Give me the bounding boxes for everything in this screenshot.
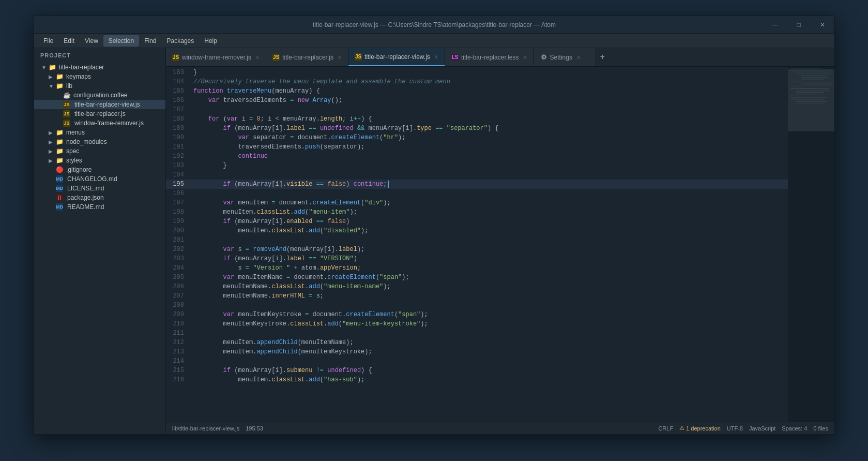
close-button[interactable]: ✕ — [811, 16, 834, 34]
svg-rect-2 — [796, 71, 829, 72]
svg-rect-9 — [801, 84, 832, 85]
sidebar-item-root[interactable]: ▼ 📁 title-bar-replacer — [34, 63, 165, 72]
svg-rect-10 — [790, 86, 798, 87]
md-icon: MD — [56, 185, 63, 192]
sidebar-item-label: node_modules — [66, 138, 107, 145]
sidebar-item-styles[interactable]: ▶ 📁 styles — [34, 156, 165, 165]
code-line: menuItem.appendChild(menuItemName); — [189, 338, 788, 347]
status-bar: lib\title-bar-replacer-view.js 195:53 CR… — [166, 422, 834, 434]
menu-selection[interactable]: Selection — [103, 35, 139, 47]
code-line: menuItem.classList.add("disabled"); — [189, 226, 788, 235]
code-line — [189, 329, 788, 338]
arrow-icon: ▶ — [49, 139, 56, 145]
sidebar-item-keymaps[interactable]: ▶ 📁 keymaps — [34, 72, 165, 81]
sidebar-item-package-json[interactable]: ▶ {} package.json — [34, 193, 165, 202]
tab-title-bar-replacer-view[interactable]: JS title-bar-replacer-view.js × — [348, 48, 445, 66]
folder-icon: 📁 — [56, 147, 64, 155]
code-content[interactable]: } //Recursively traverse the menu templa… — [189, 67, 788, 422]
sidebar-item-gitignore[interactable]: ▶ 🔴 .gitignore — [34, 165, 165, 174]
line-num: 200 — [166, 226, 189, 235]
tab-spacer — [609, 48, 834, 66]
sidebar-item-label: CHANGELOG.md — [67, 175, 117, 183]
sidebar-item-changelog[interactable]: ▶ MD CHANGELOG.md — [34, 174, 165, 184]
line-num: 184 — [166, 77, 189, 86]
sidebar-item-lib[interactable]: ▼ 📁 lib — [34, 81, 165, 91]
tab-close-btn[interactable]: × — [576, 54, 581, 61]
tab-close-btn[interactable]: × — [523, 54, 527, 61]
line-num: 199 — [166, 217, 189, 226]
line-num: 215 — [166, 366, 189, 375]
sidebar-item-label: window-frame-remover.js — [74, 120, 144, 127]
sidebar-item-label: keymaps — [66, 73, 91, 80]
code-line: for (var i = 0; i < menuArray.length; i+… — [189, 114, 788, 124]
line-num: 185 — [166, 86, 189, 96]
sidebar-item-label: title-bar-replacer-view.js — [74, 101, 140, 108]
code-line: //Recursively traverse the menu template… — [189, 77, 788, 86]
code-line — [189, 356, 788, 366]
sidebar-item-license[interactable]: ▶ MD LICENSE.md — [34, 184, 165, 193]
menu-help[interactable]: Help — [199, 35, 222, 47]
code-line: } — [189, 161, 788, 170]
code-line-active: if (menuArray[i].visible == false) conti… — [189, 180, 788, 189]
editor-area: JS window-frame-remover.js × JS title-ba… — [166, 48, 834, 434]
sidebar-header: Project — [34, 48, 165, 63]
title-bar: title-bar-replacer-view.js — C:\Users\Si… — [34, 16, 834, 34]
sidebar-item-tbr[interactable]: ▶ JS title-bar-replacer.js — [34, 109, 165, 118]
menu-file[interactable]: File — [38, 35, 58, 47]
line-num: 192 — [166, 152, 189, 161]
sidebar-item-node-modules[interactable]: ▶ 📁 node_modules — [34, 137, 165, 146]
add-tab-button[interactable]: + — [596, 48, 610, 66]
window-title: title-bar-replacer-view.js — C:\Users\Si… — [313, 21, 556, 28]
sidebar-item-readme[interactable]: ▶ MD README.md — [34, 202, 165, 212]
tab-window-frame-remover[interactable]: JS window-frame-remover.js × — [166, 48, 266, 66]
code-line — [189, 170, 788, 180]
tab-label: title-bar-replacer.js — [282, 54, 333, 61]
js-tab-icon: JS — [172, 54, 179, 61]
encoding[interactable]: UTF-8 — [727, 425, 743, 432]
deprecation-warning[interactable]: 1 deprecation — [679, 425, 721, 432]
sidebar-item-menus[interactable]: ▶ 📁 menus — [34, 128, 165, 137]
tab-close-btn[interactable]: × — [255, 54, 260, 61]
js-icon: JS — [63, 101, 70, 108]
sidebar-item-tbr-view[interactable]: ▶ JS title-bar-replacer-view.js — [34, 100, 165, 109]
menu-edit[interactable]: Edit — [58, 35, 80, 47]
tab-title-bar-replacer-less[interactable]: LS title-bar-replacer.less × — [445, 48, 534, 66]
line-num: 196 — [166, 189, 189, 198]
tabs-bar: JS window-frame-remover.js × JS title-ba… — [166, 48, 834, 67]
md-icon: MD — [56, 203, 63, 211]
window-controls: — □ ✕ — [763, 16, 834, 34]
tab-settings[interactable]: ⚙ Settings × — [534, 48, 596, 66]
sidebar-item-configuration-coffee[interactable]: ▶ ☕ configuration.coffee — [34, 91, 165, 100]
menu-view[interactable]: View — [80, 35, 103, 47]
folder-icon: 📁 — [56, 138, 64, 145]
code-line: menuItem.appendChild(menuItemKeystroke); — [189, 347, 788, 356]
svg-rect-12 — [796, 90, 829, 91]
sidebar-item-label: lib — [66, 82, 72, 90]
tab-title-bar-replacer[interactable]: JS title-bar-replacer.js × — [266, 48, 348, 66]
sidebar-item-label: title-bar-replacer.js — [74, 110, 126, 117]
sidebar-item-label: LICENSE.md — [67, 185, 104, 192]
svg-rect-17 — [790, 99, 824, 100]
indent-mode[interactable]: Spaces: 4 — [782, 425, 807, 432]
line-ending[interactable]: CRLF — [658, 425, 673, 432]
tab-close-btn[interactable]: × — [338, 54, 342, 61]
code-line: if (menuArray[i].submenu != undefined) { — [189, 366, 788, 375]
maximize-button[interactable]: □ — [787, 16, 811, 34]
code-line: var menuItemName = document.createElemen… — [189, 273, 788, 282]
menu-bar: File Edit View Selection Find Packages H… — [34, 34, 834, 48]
line-num: 190 — [166, 133, 189, 142]
file-path: lib\title-bar-replacer-view.js — [172, 425, 239, 432]
menu-packages[interactable]: Packages — [162, 35, 200, 47]
sidebar-item-wfr[interactable]: ▶ JS window-frame-remover.js — [34, 118, 165, 128]
code-editor: 183 184 185 186 187 188 189 190 191 192 … — [166, 67, 834, 422]
sidebar-item-spec[interactable]: ▶ 📁 spec — [34, 146, 165, 156]
tab-close-btn[interactable]: × — [434, 53, 438, 61]
language[interactable]: JavaScript — [749, 425, 775, 432]
line-num: 194 — [166, 170, 189, 180]
tab-label: Settings — [550, 54, 572, 61]
menu-find[interactable]: Find — [139, 35, 161, 47]
line-num: 213 — [166, 347, 189, 356]
code-line: if (menuArray[i].label == "VERSION") — [189, 254, 788, 263]
svg-rect-18 — [796, 101, 827, 101]
minimize-button[interactable]: — — [763, 16, 787, 34]
